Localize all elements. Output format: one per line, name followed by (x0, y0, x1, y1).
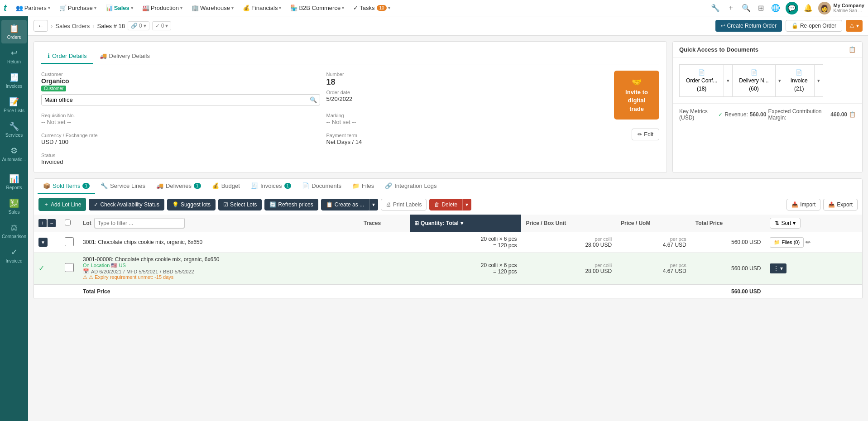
nav-partners[interactable]: 👥 Partners ▾ (12, 3, 54, 13)
sidebar-item-services[interactable]: 🔧 Services (1, 118, 27, 141)
chat-icon[interactable]: 💬 (786, 2, 798, 14)
row1-qty: 20 colli × 6 pcs = 120 pcs (410, 232, 521, 253)
invite-digital-trade-button[interactable]: 🤝 Invite to digital trade (614, 71, 659, 120)
add-lot-line-button[interactable]: ＋ Add Lot Line (38, 198, 86, 211)
sort-button[interactable]: ⇅ Sort ▾ (770, 218, 801, 229)
breadcrumb-sales-orders[interactable]: Sales Orders (55, 23, 90, 29)
tab-documents[interactable]: 📄 Documents (297, 179, 347, 194)
sidebar-item-reports[interactable]: 📊 Reports (1, 170, 27, 194)
subrow1-traces (359, 253, 410, 285)
tab-integration-logs[interactable]: 🔗 Integration Logs (379, 179, 442, 194)
invoice-arrow-button[interactable]: ▾ (815, 64, 823, 97)
plus-icon[interactable]: ＋ (725, 1, 736, 14)
sidebar-item-invoices[interactable]: 🧾 Invoices (1, 69, 27, 92)
delivery-note-arrow-button[interactable]: ▾ (776, 64, 784, 97)
order-conf-group: 📄 Order Conf... (18) ▾ (679, 64, 733, 97)
tab-files[interactable]: 📁 Files (347, 179, 379, 194)
delivery-note-button[interactable]: 📄 Delivery N... (60) (732, 64, 775, 97)
warning-button[interactable]: ⚠ ▾ (846, 20, 863, 32)
wrench-icon[interactable]: 🔧 (709, 2, 722, 14)
add-row-button[interactable]: + (38, 219, 47, 227)
create-as-dropdown[interactable]: ▾ (369, 199, 378, 210)
sidebar-item-return[interactable]: ↩ Return (1, 44, 27, 68)
select-lots-button[interactable]: ☑ Select Lots (218, 199, 262, 210)
create-return-button[interactable]: ↩ Create Return Order (715, 20, 782, 32)
back-button[interactable]: ← (34, 20, 48, 32)
row1-expand: ▼ (34, 232, 60, 253)
tab-budget[interactable]: 💰 Budget (206, 179, 245, 194)
create-as-button[interactable]: 📋 Create as ... (321, 199, 369, 210)
attachment-arrow: ▾ (144, 23, 146, 29)
tab-deliveries[interactable]: 🚚 Deliveries 1 (151, 179, 206, 194)
metrics-copy-icon[interactable]: 📋 (849, 111, 856, 118)
customer-field: Customer Organico Customer 🔍 (41, 71, 320, 105)
tab-invoices[interactable]: 🧾 Invoices 1 (245, 179, 297, 194)
main-office-field[interactable]: 🔍 (41, 94, 320, 105)
check-arrow: ▾ (165, 23, 168, 29)
tasks-icon: ✓ (353, 5, 358, 11)
invoice-button[interactable]: 📄 Invoice (21) (784, 64, 815, 97)
delete-button[interactable]: 🗑 Delete (429, 199, 462, 210)
nav-sales[interactable]: 📊 Sales ▾ (102, 3, 137, 13)
nav-financials[interactable]: 💰 Financials ▾ (239, 3, 285, 13)
attachment-button[interactable]: 🔗 0 ▾ (128, 21, 149, 30)
nav-b2b[interactable]: 🏪 B2B Commerce ▾ (287, 3, 348, 13)
sidebar-item-comparison[interactable]: ⚖ Comparison (1, 219, 27, 243)
reopen-order-button[interactable]: 🔓 Re-open Order (786, 20, 842, 32)
calendar-icon: 📅 (83, 268, 89, 274)
subrow1-action-button[interactable]: ⋮ ▾ (770, 263, 786, 273)
nav-tasks[interactable]: ✓ Tasks 10 ▾ (350, 3, 393, 13)
sidebar-item-sales[interactable]: 💹 Sales (1, 195, 27, 218)
search-button[interactable]: 🔍 (307, 95, 320, 105)
export-button[interactable]: 📤 Export (823, 199, 858, 210)
tab-delivery-details[interactable]: 🚚 Delivery Details (93, 49, 156, 64)
select-lots-icon: ☑ (223, 201, 228, 208)
tab-service-lines[interactable]: 🔧 Service Lines (95, 179, 151, 194)
total-spacer (34, 284, 78, 299)
subrow1-price-uom: per pcs 4.67 USD (616, 253, 691, 285)
sidebar-item-orders[interactable]: 📋 Orders (1, 20, 27, 43)
sidebar-item-automatic[interactable]: ⚙ Automatic... (1, 142, 27, 166)
order-conf-arrow-button[interactable]: ▾ (724, 64, 733, 97)
main-office-input[interactable] (42, 95, 307, 105)
breadcrumb-bar: ← › Sales Orders › Sales # 18 🔗 0 ▾ ✓ 0 … (28, 16, 868, 36)
tab-order-details[interactable]: ℹ Order Details (41, 49, 93, 64)
order-conf-button[interactable]: 📄 Order Conf... (18) (679, 64, 724, 97)
sidebar-item-invoiced[interactable]: ✓ Invoiced (1, 244, 27, 267)
edit-inline-row1[interactable]: ✏ (806, 239, 811, 246)
print-labels-button[interactable]: 🖨 Print Labels (381, 199, 427, 210)
sales-arrow: ▾ (131, 5, 133, 10)
nav-production[interactable]: 🏭 Production ▾ (139, 3, 186, 13)
suggest-lots-button[interactable]: 💡 Suggest lots (167, 199, 216, 210)
subrow1-check[interactable] (65, 263, 74, 272)
select-all-checkbox[interactable] (65, 220, 71, 225)
search-icon[interactable]: 🔍 (740, 2, 753, 14)
refresh-prices-button[interactable]: 🔄 Refresh prices (264, 199, 318, 210)
flag-icon: 🇺🇸 (111, 263, 117, 268)
deliveries-badge: 1 (194, 183, 201, 189)
breadcrumb-sep2: › (92, 23, 94, 29)
delete-dropdown[interactable]: ▾ (462, 199, 471, 210)
tasks-arrow: ▾ (388, 5, 390, 10)
lot-filter-input[interactable] (95, 218, 184, 228)
import-button[interactable]: 📥 Import (786, 199, 820, 210)
check-availability-button[interactable]: ✓ Check Availability Status (89, 199, 164, 210)
nav-purchase[interactable]: 🛒 Purchase ▾ (56, 3, 100, 13)
bell-icon[interactable]: 🔔 (802, 2, 815, 14)
check-button[interactable]: ✓ 0 ▾ (152, 21, 172, 30)
row1-checkbox (60, 232, 78, 253)
tab-sold-items[interactable]: 📦 Sold Items 1 (38, 179, 95, 194)
qty-dropdown-icon[interactable]: ▾ (460, 220, 463, 226)
nav-warehouse[interactable]: 🏢 Warehouse ▾ (188, 3, 237, 13)
user-menu[interactable]: 👩 My Company Katrine San ... (818, 2, 864, 14)
expand-button-row1[interactable]: ▼ (38, 238, 48, 247)
row1-check[interactable] (65, 237, 74, 246)
nav-right-area: 🔧 ＋ 🔍 ⊞ 🌐 💬 🔔 👩 My Company Katrine San .… (709, 1, 864, 14)
files-button-row1[interactable]: 📁 Files (0) (770, 237, 804, 248)
edit-button[interactable]: ✏ Edit (632, 129, 659, 140)
globe-icon[interactable]: 🌐 (769, 2, 782, 14)
qa-copy-icon[interactable]: 📋 (849, 46, 856, 53)
sub-row-button[interactable]: − (48, 219, 56, 227)
grid-icon[interactable]: ⊞ (756, 2, 766, 14)
sidebar-item-pricelists[interactable]: 📝 Price Lists (1, 93, 27, 117)
